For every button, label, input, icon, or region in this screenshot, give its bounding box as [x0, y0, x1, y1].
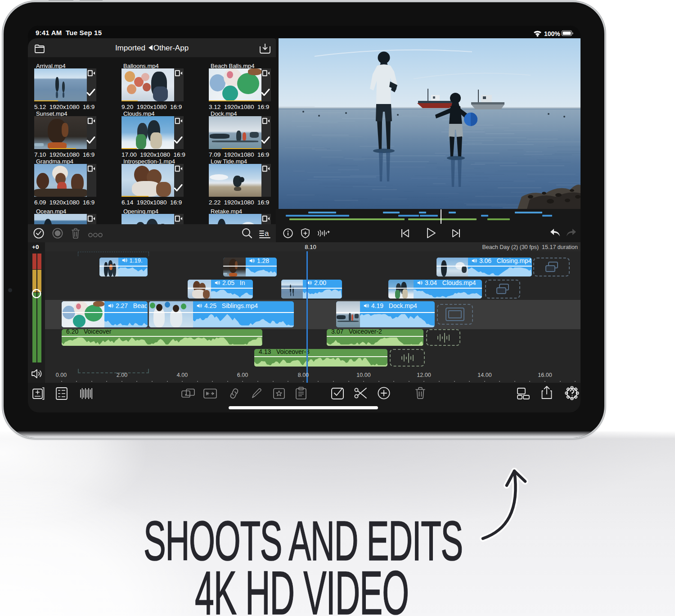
svg-text:100%: 100% [544, 30, 560, 37]
svg-text:a: a [265, 229, 269, 238]
